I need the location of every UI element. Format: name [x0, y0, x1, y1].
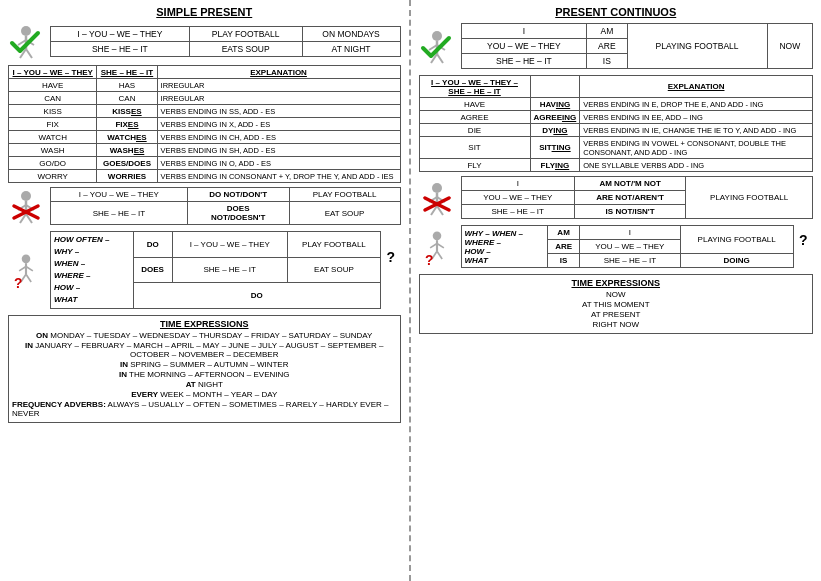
- conj-cell: CAN: [9, 92, 97, 105]
- quest-subj-cell-r: I: [579, 226, 680, 240]
- quest-verb-cell-r: PLAYING FOOTBALL: [680, 226, 793, 254]
- left-neg-table: I – YOU – WE – THEY DO NOT/DON'T PLAY FO…: [50, 187, 401, 225]
- affirm-cell: YOU – WE – THEY: [461, 39, 587, 54]
- conj-cell: FIXES: [97, 118, 157, 131]
- conj-header: EXPLANATION: [580, 76, 813, 98]
- quest-doing-cell: DOING: [680, 254, 793, 268]
- quest-am-cell: AM: [548, 226, 580, 240]
- conj-cell: IRREGULAR: [157, 79, 400, 92]
- conj-cell: KISSES: [97, 105, 157, 118]
- affirm-cell: ON MONDAYS: [302, 26, 400, 41]
- time-line: EVERY WEEK – MONTH – YEAR – DAY: [12, 390, 397, 399]
- conj-header: EXPLANATION: [157, 66, 400, 79]
- conj-header: I – YOU – WE – THEY: [9, 66, 97, 79]
- right-column: PRESENT CONTINUOS I AM PLAYING FOOTBALL …: [411, 0, 822, 581]
- conj-cell: VERBS ENDING IN EE, ADD – ING: [580, 111, 813, 124]
- check-icon-right: [419, 28, 455, 64]
- time-line-r: AT PRESENT: [423, 310, 810, 319]
- right-title: PRESENT CONTINUOS: [419, 6, 814, 18]
- right-conj-table: I – YOU – WE – THEY – SHE – HE – IT EXPL…: [419, 75, 814, 172]
- left-title: SIMPLE PRESENT: [8, 6, 401, 18]
- conj-header: I – YOU – WE – THEY – SHE – HE – IT: [419, 76, 530, 98]
- right-time-title: TIME EXPRESSIONS: [423, 278, 810, 288]
- conj-cell: WORRY: [9, 170, 97, 183]
- left-column: SIMPLE PRESENT I – YOU – WE – THEY PLAY …: [0, 0, 411, 581]
- quest-does-cell: DOES: [133, 257, 172, 283]
- affirm-cell: AM: [587, 24, 627, 39]
- right-quest-table: WHY – WHEN –WHERE –HOW –WHAT AM I PLAYIN…: [461, 225, 814, 268]
- conj-cell: GOES/DOES: [97, 157, 157, 170]
- quest-is-cell: IS: [548, 254, 580, 268]
- conj-cell: AGREEING: [530, 111, 580, 124]
- conj-cell: HAVE: [419, 98, 530, 111]
- affirm-cell: PLAY FOOTBALL: [189, 26, 302, 41]
- svg-point-6: [21, 191, 31, 201]
- conj-cell: FLYING: [530, 159, 580, 172]
- quest-verb-cell: PLAY FOOTBALL: [287, 232, 380, 258]
- svg-line-19: [26, 274, 31, 282]
- conj-cell: VERBS ENDING IN E, DROP THE E, AND ADD -…: [580, 98, 813, 111]
- conj-cell: WASH: [9, 144, 97, 157]
- right-quest-block: ? WHY – WHEN –WHERE –HOW –WHAT AM I PLAY…: [419, 225, 814, 268]
- conj-cell: SIT: [419, 137, 530, 159]
- neg-cell: PLAYING FOOTBALL: [686, 177, 813, 219]
- conj-cell: HAVING: [530, 98, 580, 111]
- svg-line-26: [437, 54, 443, 63]
- right-neg-block: I AM NOT/'M NOT PLAYING FOOTBALL YOU – W…: [419, 176, 814, 219]
- quest-subj-cell-r2: YOU – WE – THEY: [579, 240, 680, 254]
- left-affirm-table: I – YOU – WE – THEY PLAY FOOTBALL ON MON…: [50, 26, 401, 57]
- neg-cell: AM NOT/'M NOT: [574, 177, 685, 191]
- conj-cell: VERBS ENDING IN CONSONANT + Y, DROP THE …: [157, 170, 400, 183]
- affirm-cell: I – YOU – WE – THEY: [51, 26, 190, 41]
- neg-cell: ARE NOT/AREN'T: [574, 191, 685, 205]
- conj-cell: WATCH: [9, 131, 97, 144]
- affirm-cell: AT NIGHT: [302, 41, 400, 56]
- conj-cell: VERBS ENDING IN X, ADD - ES: [157, 118, 400, 131]
- conj-cell: WASHES: [97, 144, 157, 157]
- time-line: IN JANUARY – FEBRUARY – MARCH – APRIL – …: [12, 341, 397, 359]
- svg-text:?: ?: [425, 253, 433, 265]
- time-line: IN THE MORNING – AFTERNOON – EVENING: [12, 370, 397, 379]
- time-line: AT NIGHT: [12, 380, 397, 389]
- conj-cell: HAS: [97, 79, 157, 92]
- svg-text:?: ?: [14, 276, 22, 288]
- neg-cell: EAT SOUP: [289, 202, 400, 225]
- affirm-cell: EATS SOUP: [189, 41, 302, 56]
- svg-point-14: [22, 255, 31, 264]
- svg-line-5: [26, 49, 32, 58]
- conj-cell: DIE: [419, 124, 530, 137]
- quest-verb-cell2: EAT SOUP: [287, 257, 380, 283]
- right-time-section: TIME EXPRESSIONS NOW AT THIS MOMENT AT P…: [419, 274, 814, 334]
- affirm-cell: SHE – HE – IT: [461, 54, 587, 69]
- left-conj-table: I – YOU – WE – THEY SHE – HE – IT EXPLAN…: [8, 65, 401, 183]
- time-line: FREQUENCY ADVERBS: ALWAYS – USUALLY – OF…: [12, 400, 397, 418]
- conj-cell: VERBS ENDING IN CH, ADD - ES: [157, 131, 400, 144]
- affirm-cell: I: [461, 24, 587, 39]
- right-neg-table: I AM NOT/'M NOT PLAYING FOOTBALL YOU – W…: [461, 176, 814, 219]
- affirm-cell: PLAYING FOOTBALL: [627, 24, 767, 69]
- conj-cell: ONE SYLLABLE VERBS ADD - ING: [580, 159, 813, 172]
- neg-cell: IS NOT/ISN'T: [574, 205, 685, 219]
- left-quest-table: HOW OFTEN –WHY –WHEN –WHERE –HOW – WHAT …: [50, 231, 401, 309]
- x-icon-left: [8, 188, 44, 224]
- neg-cell: SHE – HE – IT: [461, 205, 574, 219]
- time-line-r: RIGHT NOW: [423, 320, 810, 329]
- quest-subj-cell: I – YOU – WE – THEY: [172, 232, 287, 258]
- conj-cell: WORRIES: [97, 170, 157, 183]
- neg-cell: PLAY FOOTBALL: [289, 188, 400, 202]
- conj-header: SHE – HE – IT: [97, 66, 157, 79]
- neg-cell: SHE – HE – IT: [51, 202, 188, 225]
- conj-cell: KISS: [9, 105, 97, 118]
- affirm-cell: SHE – HE – IT: [51, 41, 190, 56]
- affirm-cell: NOW: [767, 24, 812, 69]
- conj-cell: CAN: [97, 92, 157, 105]
- conj-cell: AGREE: [419, 111, 530, 124]
- quest-qmark: ?: [381, 232, 401, 283]
- question-icon-right: ?: [419, 229, 455, 265]
- conj-cell: VERBS ENDING IN SS, ADD - ES: [157, 105, 400, 118]
- svg-line-40: [437, 251, 442, 259]
- x-icon-right: [419, 180, 455, 216]
- conj-cell: HAVE: [9, 79, 97, 92]
- svg-point-35: [432, 231, 441, 240]
- svg-point-27: [432, 183, 442, 193]
